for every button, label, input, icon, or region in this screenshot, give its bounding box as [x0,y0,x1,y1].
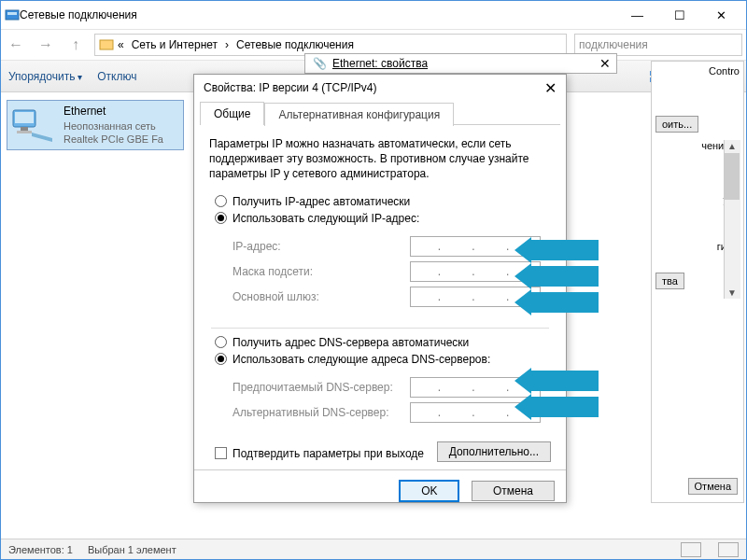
radio-icon [215,353,227,365]
arrow-annotation-gateway [514,292,599,313]
network-connections-window: Сетевые подключения — ☐ ✕ ← → ↑ « Сеть и… [0,0,747,560]
crumb-connections[interactable]: Сетевые подключения [233,38,358,51]
connection-name: Ethernet [63,105,163,119]
arrow-annotation-dns2 [514,397,599,417]
svg-rect-11 [21,127,28,131]
tab-alternate-config[interactable]: Альтернативная конфигурация [264,103,454,126]
ethernet-icon [11,106,56,144]
radio-icon [215,195,227,207]
scroll-down-icon[interactable]: ▼ [727,287,737,298]
close-button[interactable]: ✕ [700,2,742,28]
details-view-icon[interactable] [681,542,701,557]
checkbox-validate[interactable] [215,447,227,459]
forward-icon[interactable]: → [35,34,57,56]
statusbar: Элементов: 1 Выбран 1 элемент [1,539,746,559]
ethernet-props-body-peek: Contro оить... чением: ▲ ▼ уро Ма гии к … [651,61,744,503]
control-panel-icon [99,37,114,52]
label-gateway: Основной шлюз: [233,290,410,303]
label-alternate-dns: Альтернативный DNS-сервер: [233,406,410,419]
radio-ip-manual[interactable]: Использовать следующий IP-адрес: [215,212,551,225]
attachment-icon: 📎 [313,57,327,70]
ethernet-props-title: Ethernet: свойства [332,57,428,70]
configure-button[interactable]: оить... [655,116,698,133]
svg-rect-1 [7,12,17,15]
disable-button[interactable]: Отключ [97,70,136,83]
status-count: Элементов: 1 [8,544,73,555]
organize-menu[interactable]: Упорядочить [8,70,82,83]
radio-dns-manual[interactable]: Использовать следующие адреса DNS-сервер… [215,353,551,366]
ethernet-properties-window: 📎 Ethernet: свойства ✕ [304,53,617,74]
description-text: Параметры IP можно назначать автоматичес… [209,136,551,182]
arrow-annotation-mask [514,266,599,287]
maximize-button[interactable]: ☐ [658,2,700,28]
label-validate: Подтвердить параметры при выходе [233,447,424,460]
svg-rect-2 [100,40,113,49]
icons-view-icon[interactable] [718,542,739,557]
radio-icon [215,336,227,348]
close-icon[interactable]: ✕ [599,56,611,71]
properties-button[interactable]: тва [655,273,684,289]
crumb-network[interactable]: Сеть и Интернет [128,38,221,51]
window-title: Сетевые подключения [20,8,616,21]
tab-general[interactable]: Общие [200,102,264,125]
status-selected: Выбран 1 элемент [88,544,176,555]
titlebar: Сетевые подключения — ☐ ✕ [1,1,746,29]
scroll-up-icon[interactable]: ▲ [727,141,737,151]
advanced-button[interactable]: Дополнительно... [437,441,551,462]
cancel-button-back[interactable]: Отмена [688,478,738,495]
svg-rect-12 [17,131,32,133]
connection-item-ethernet[interactable]: Ethernet Неопознанная сеть Realtek PCIe … [7,100,184,150]
label-ip-address: IP-адрес: [233,240,410,253]
label-subnet-mask: Маска подсети: [233,265,410,278]
radio-dns-auto[interactable]: Получить адрес DNS-сервера автоматически [215,336,551,349]
explorer-icon [5,7,20,22]
minimize-button[interactable]: — [616,2,658,28]
up-icon[interactable]: ↑ [64,34,87,56]
label-preferred-dns: Предпочитаемый DNS-сервер: [233,381,410,394]
dialog-titlebar: Свойства: IP версии 4 (TCP/IPv4) ✕ [194,75,566,101]
ipv4-properties-dialog: Свойства: IP версии 4 (TCP/IPv4) ✕ Общие… [193,74,567,503]
back-icon[interactable]: ← [5,34,27,56]
connection-status: Неопознанная сеть [63,119,163,133]
radio-icon [215,212,227,224]
connection-adapter: Realtek PCIe GBE Fa [63,133,163,146]
arrow-annotation-ip [514,240,599,260]
cancel-button[interactable]: Отмена [472,481,555,501]
component-scrollbar[interactable]: ▲ ▼ [724,140,740,299]
svg-rect-10 [15,112,34,123]
ok-button[interactable]: OK [399,480,459,502]
dialog-title: Свойства: IP версии 4 (TCP/IPv4) [204,81,377,94]
search-placeholder: подключения [579,38,648,51]
radio-ip-auto[interactable]: Получить IP-адрес автоматически [215,195,551,208]
dialog-close-icon[interactable]: ✕ [544,79,557,97]
arrow-annotation-dns1 [514,371,599,391]
